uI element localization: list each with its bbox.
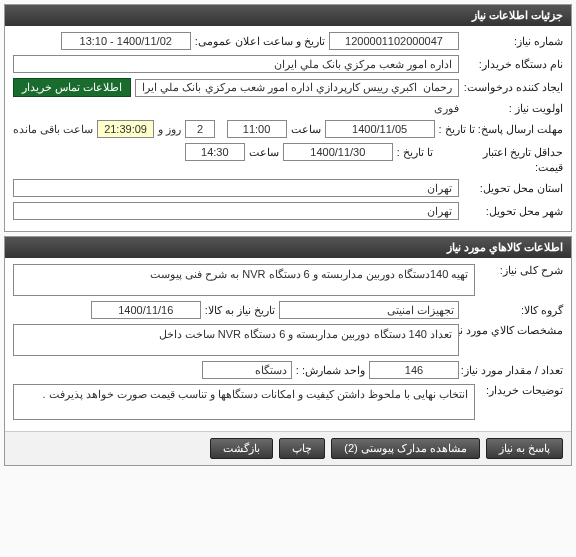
buyer-org-label: نام دستگاه خریدار:	[463, 58, 563, 71]
print-button[interactable]: چاپ	[279, 438, 325, 459]
row-priority: اولویت نیاز : فوری	[13, 102, 563, 115]
goods-info-panel: اطلاعات کالاهاي مورد نیاز شرح کلی نیاز: …	[4, 236, 572, 466]
reply-button[interactable]: پاسخ به نیاز	[486, 438, 563, 459]
button-bar: پاسخ به نیاز مشاهده مدارک پیوستی (2) چاپ…	[5, 431, 571, 465]
specs-label: مشخصات کالاي مورد نیاز:	[463, 324, 563, 337]
unit-label: واحد شمارش: :	[296, 364, 365, 377]
row-buyer-org: نام دستگاه خریدار:	[13, 55, 563, 73]
validity-todate-label: تا تاریخ :	[397, 146, 433, 159]
row-general-desc: شرح کلی نیاز:	[13, 264, 563, 296]
row-validity2: قیمت:	[13, 161, 563, 174]
priority-value: فوری	[434, 102, 459, 115]
validity-time-label: ساعت	[249, 146, 279, 159]
back-button[interactable]: بازگشت	[210, 438, 273, 459]
row-validity: حداقل تاریخ اعتبار تا تاریخ : ساعت	[13, 143, 563, 161]
deadline-countdown: 21:39:09	[97, 120, 154, 138]
announce-datetime-field[interactable]	[61, 32, 191, 50]
validity-date-field[interactable]	[283, 143, 393, 161]
need-details-body: شماره نیاز: تاریخ و ساعت اعلان عمومی: نا…	[5, 26, 571, 231]
row-need-number: شماره نیاز: تاریخ و ساعت اعلان عمومی:	[13, 32, 563, 50]
delivery-province-field[interactable]	[13, 179, 459, 197]
group-field[interactable]	[279, 301, 459, 319]
need-details-panel: جزئیات اطلاعات نیاز شماره نیاز: تاریخ و …	[4, 4, 572, 232]
buyer-contact-button[interactable]: اطلاعات تماس خریدار	[13, 78, 131, 97]
deadline-remain-label: ساعت باقی مانده	[13, 123, 93, 136]
needby-field[interactable]	[91, 301, 201, 319]
deadline-label: مهلت ارسال پاسخ: تا تاریخ :	[439, 123, 563, 136]
group-label: گروه کالا:	[463, 304, 563, 317]
request-creator-label: ایجاد کننده درخواست:	[463, 81, 563, 94]
deadline-days-field[interactable]	[185, 120, 215, 138]
buyer-org-field[interactable]	[13, 55, 459, 73]
request-creator-field[interactable]	[135, 79, 459, 97]
qty-field[interactable]	[369, 361, 459, 379]
attachments-button[interactable]: مشاهده مدارک پیوستی (2)	[331, 438, 480, 459]
deadline-days-label: روز و	[158, 123, 181, 136]
priority-label: اولویت نیاز :	[463, 102, 563, 115]
buyer-notes-field[interactable]	[13, 384, 475, 420]
buyer-notes-label: توضیحات خریدار:	[479, 384, 563, 397]
need-details-header: جزئیات اطلاعات نیاز	[5, 5, 571, 26]
goods-info-body: شرح کلی نیاز: گروه کالا: تاریخ نیاز به ک…	[5, 258, 571, 431]
need-number-field[interactable]	[329, 32, 459, 50]
row-request-creator: ایجاد کننده درخواست: اطلاعات تماس خریدار	[13, 78, 563, 97]
validity-label2: قیمت:	[535, 161, 563, 174]
goods-info-header: اطلاعات کالاهاي مورد نیاز	[5, 237, 571, 258]
general-desc-field[interactable]	[13, 264, 475, 296]
row-deadline: مهلت ارسال پاسخ: تا تاریخ : ساعت روز و 2…	[13, 120, 563, 138]
deadline-time-label: ساعت	[291, 123, 321, 136]
delivery-city-field[interactable]	[13, 202, 459, 220]
row-buyer-notes: توضیحات خریدار:	[13, 384, 563, 420]
validity-label1: حداقل تاریخ اعتبار	[475, 146, 563, 159]
general-desc-label: شرح کلی نیاز:	[479, 264, 563, 277]
announce-datetime-label: تاریخ و ساعت اعلان عمومی:	[195, 35, 325, 48]
deadline-time-field[interactable]	[227, 120, 287, 138]
row-group: گروه کالا: تاریخ نیاز به کالا:	[13, 301, 563, 319]
delivery-city-label: شهر محل تحویل:	[463, 205, 563, 218]
needby-label: تاریخ نیاز به کالا:	[205, 304, 275, 317]
validity-time-field[interactable]	[185, 143, 245, 161]
qty-label: تعداد / مقدار مورد نیاز:	[463, 364, 563, 377]
row-delivery-city: شهر محل تحویل:	[13, 202, 563, 220]
need-number-label: شماره نیاز:	[463, 35, 563, 48]
specs-field[interactable]	[13, 324, 459, 356]
row-delivery-province: استان محل تحویل:	[13, 179, 563, 197]
row-qty: تعداد / مقدار مورد نیاز: واحد شمارش: :	[13, 361, 563, 379]
delivery-province-label: استان محل تحویل:	[463, 182, 563, 195]
unit-field[interactable]	[202, 361, 292, 379]
row-specs: مشخصات کالاي مورد نیاز:	[13, 324, 563, 356]
deadline-date-field[interactable]	[325, 120, 435, 138]
